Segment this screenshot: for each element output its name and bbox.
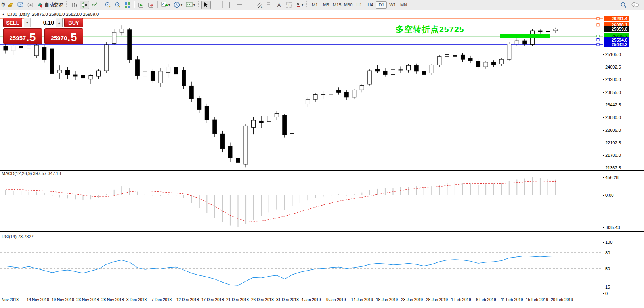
lot-decrease-button[interactable]: ▼	[24, 18, 31, 27]
candle-up	[58, 70, 62, 73]
timeframe-w1[interactable]: W1	[387, 1, 398, 9]
line-chart-type-icon[interactable]	[90, 1, 99, 9]
timeframe-h1[interactable]: H1	[354, 1, 365, 9]
macd-indicator-panel[interactable]	[0, 170, 603, 231]
gold-bar-icon[interactable]	[6, 1, 15, 9]
line-handle[interactable]	[597, 24, 599, 26]
vertical-line-tool-icon[interactable]	[225, 1, 234, 9]
lot-size-value[interactable]: 0.10	[31, 18, 56, 27]
new-chart-icon	[161, 2, 168, 8]
horizontal-line-tool-icon[interactable]	[235, 1, 244, 9]
candle-down	[523, 41, 527, 44]
macd-histogram-bar	[501, 183, 502, 195]
candle-up	[321, 94, 325, 95]
date-tick-label: 28 Jan 2019	[426, 298, 448, 302]
macd-histogram-bar	[222, 195, 223, 222]
periods-button[interactable]: ▾	[172, 1, 184, 9]
dropdown-arrow-icon: ▾	[181, 3, 182, 7]
price-tick-label: 24280.0	[605, 77, 621, 82]
toolbar-grip	[198, 1, 200, 8]
templates-button[interactable]: ▾	[184, 1, 197, 9]
timeframe-m30[interactable]: M30	[343, 1, 354, 9]
panel-splitter[interactable]	[0, 231, 644, 233]
line-handle[interactable]	[597, 17, 599, 20]
timeframe-m1[interactable]: M1	[310, 1, 320, 9]
sell-price-box[interactable]: 25957.5	[3, 28, 42, 44]
candle-down	[236, 158, 240, 162]
auto-scroll-icon[interactable]	[136, 1, 146, 9]
chart-shift-icon[interactable]	[146, 1, 156, 9]
bar-chart-type-icon[interactable]	[70, 1, 79, 9]
buy-price-box[interactable]: 25970.5	[44, 28, 83, 44]
crosshair-tool-icon[interactable]	[211, 1, 221, 9]
macd-histogram-bar	[478, 185, 479, 195]
date-tick-label: 19 Nov 2018	[52, 298, 74, 302]
mt4-window: 单 自动交易 ▾ ▾ ▾ E F A T ▾ M1	[0, 0, 644, 308]
macd-histogram-bar	[83, 195, 84, 200]
template-icon	[186, 2, 193, 8]
trendline-tool-icon[interactable]	[245, 1, 254, 9]
text-tool-icon[interactable]: A	[274, 1, 284, 9]
sell-price-main: 25957	[10, 35, 26, 41]
lot-size-spinner: ▼ 0.10 ▲	[24, 18, 63, 27]
macd-histogram-bar	[307, 195, 308, 201]
cursor-tool-icon[interactable]	[201, 1, 211, 9]
timeframe-h4[interactable]: H4	[365, 1, 376, 9]
candle-up	[391, 69, 395, 74]
macd-histogram-bar	[354, 194, 355, 195]
date-tick-label: 1 Feb 2019	[451, 298, 471, 302]
timeframe-m5[interactable]: M5	[321, 1, 331, 9]
virtual-hosting-icon[interactable]	[16, 1, 25, 9]
line-handle[interactable]	[597, 43, 599, 46]
line-handle[interactable]	[597, 39, 599, 41]
buy-button[interactable]: BUY	[64, 18, 83, 27]
rsi-label: RSI(14) 73.7827	[2, 234, 34, 239]
macd-histogram-bar	[183, 195, 184, 198]
level-price-label[interactable]: 25443.2	[604, 42, 629, 47]
fibonacci-tool-icon[interactable]: F	[264, 1, 274, 9]
sell-button[interactable]: SELL	[3, 18, 22, 27]
level-price-label[interactable]: 26291.4	[604, 16, 629, 21]
candle-down	[151, 71, 155, 81]
zoom-in-icon[interactable]	[103, 1, 113, 9]
line-handle[interactable]	[597, 35, 599, 37]
signals-icon[interactable]	[26, 1, 35, 9]
date-tick-label: 20 Feb 2019	[551, 298, 573, 302]
candle-up	[267, 116, 271, 122]
ohlc-values: 25875.0 25981.0 25823.0 25959.0	[32, 12, 99, 17]
down-arrow-icon: ▼	[26, 21, 29, 25]
date-tick-label: Nov 2018	[2, 298, 19, 302]
timeframe-m15[interactable]: M15	[332, 1, 342, 9]
lot-increase-button[interactable]: ▲	[56, 18, 62, 27]
toolbar-grip	[66, 1, 69, 8]
search-icon[interactable]	[619, 1, 628, 9]
timeframe-mn[interactable]: MN	[398, 1, 409, 9]
tile-windows-icon[interactable]	[123, 1, 132, 9]
new-order-button[interactable]: 单	[1, 2, 6, 8]
time-axis[interactable]: Nov 201814 Nov 201819 Nov 201823 Nov 201…	[0, 296, 644, 303]
candle-up	[244, 126, 248, 164]
macd-histogram-bar	[540, 178, 541, 195]
text-label-tool-icon[interactable]: T	[284, 1, 294, 9]
timeframe-d1[interactable]: D1	[376, 1, 387, 9]
new-chart-button[interactable]: ▾	[160, 1, 172, 9]
candle-up	[430, 65, 434, 73]
trend-annotation-text[interactable]: 多空转折点25725	[396, 24, 464, 35]
autotrade-button[interactable]: 自动交易	[36, 1, 65, 9]
rsi-indicator-panel[interactable]	[0, 233, 603, 296]
chat-icon[interactable]	[631, 1, 640, 9]
candlestick-chart-type-icon[interactable]	[80, 1, 89, 9]
panel-splitter[interactable]	[0, 169, 644, 171]
equidistant-channel-tool-icon[interactable]: E	[254, 1, 264, 9]
zoom-out-icon[interactable]	[113, 1, 122, 9]
macd-tick-label: 456.28	[605, 175, 619, 180]
macd-histogram-bar	[59, 195, 60, 198]
candle-down	[399, 70, 403, 70]
main-price-chart[interactable]	[0, 10, 603, 169]
highlight-trend-segment[interactable]	[500, 34, 550, 38]
dropdown-arrow-icon: ▾	[193, 3, 195, 7]
toolbar-separator	[157, 1, 158, 8]
main-toolbar: 单 自动交易 ▾ ▾ ▾ E F A T ▾ M1	[0, 0, 644, 10]
arrows-tool-button[interactable]: ▾	[294, 1, 305, 9]
candle-up	[112, 32, 116, 43]
